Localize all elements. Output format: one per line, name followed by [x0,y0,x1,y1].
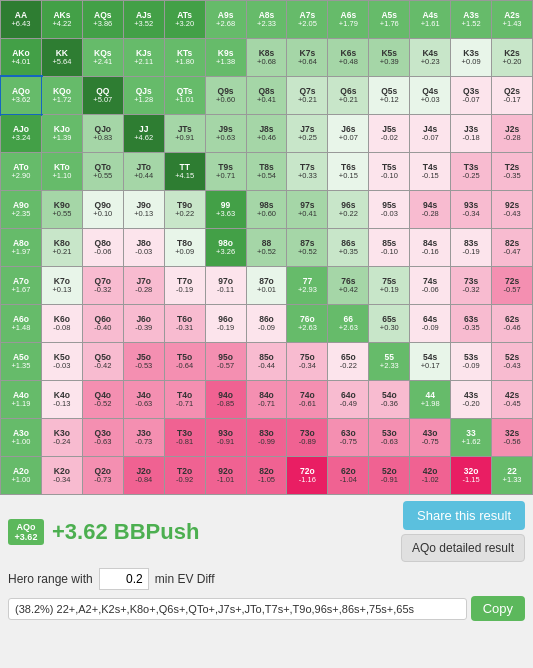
grid-cell-q2o[interactable]: Q2o-0.73 [83,457,123,494]
grid-cell-q3s[interactable]: Q3s-0.07 [451,77,491,114]
grid-cell-96o[interactable]: 96o-0.19 [206,305,246,342]
grid-cell-j6s[interactable]: J6s+0.07 [328,115,368,152]
grid-cell-a5s[interactable]: A5s+1.76 [369,1,409,38]
grid-cell-54s[interactable]: 54s+0.17 [410,343,450,380]
grid-cell-a8o[interactable]: A8o+1.97 [1,229,41,266]
grid-cell-92o[interactable]: 92o-1.01 [206,457,246,494]
grid-cell-q7s[interactable]: Q7s+0.21 [287,77,327,114]
grid-cell-22[interactable]: 22+1.33 [492,457,532,494]
grid-cell-aqs[interactable]: AQs+3.86 [83,1,123,38]
grid-cell-32o[interactable]: 32o-1.15 [451,457,491,494]
copy-button[interactable]: Copy [471,596,525,621]
grid-cell-96s[interactable]: 96s+0.22 [328,191,368,228]
grid-cell-q6o[interactable]: Q6o-0.40 [83,305,123,342]
grid-cell-k8o[interactable]: K8o+0.21 [42,229,82,266]
grid-cell-33[interactable]: 33+1.62 [451,419,491,456]
grid-cell-k6s[interactable]: K6s+0.48 [328,39,368,76]
grid-cell-87o[interactable]: 87o+0.01 [247,267,287,304]
grid-cell-t2o[interactable]: T2o-0.92 [165,457,205,494]
grid-cell-94s[interactable]: 94s-0.28 [410,191,450,228]
grid-cell-86s[interactable]: 86s+0.35 [328,229,368,266]
grid-cell-75s[interactable]: 75s+0.19 [369,267,409,304]
grid-cell-ajs[interactable]: AJs+3.52 [124,1,164,38]
grid-cell-k5s[interactable]: K5s+0.39 [369,39,409,76]
grid-cell-t7o[interactable]: T7o-0.19 [165,267,205,304]
grid-cell-q2s[interactable]: Q2s-0.17 [492,77,532,114]
grid-cell-99[interactable]: 99+3.63 [206,191,246,228]
grid-cell-86o[interactable]: 86o-0.09 [247,305,287,342]
grid-cell-32s[interactable]: 32s-0.56 [492,419,532,456]
grid-cell-a6o[interactable]: A6o+1.48 [1,305,41,342]
hero-ev-input[interactable] [99,568,149,590]
grid-cell-84o[interactable]: 84o-0.71 [247,381,287,418]
grid-cell-52o[interactable]: 52o-0.91 [369,457,409,494]
grid-cell-jto[interactable]: JTo+0.44 [124,153,164,190]
grid-cell-k9o[interactable]: K9o+0.55 [42,191,82,228]
grid-cell-kqo[interactable]: KQo+1.72 [42,77,82,114]
grid-cell-aa[interactable]: AA+6.43 [1,1,41,38]
grid-cell-t5o[interactable]: T5o-0.64 [165,343,205,380]
grid-cell-74s[interactable]: 74s-0.06 [410,267,450,304]
grid-cell-a4o[interactable]: A4o+1.19 [1,381,41,418]
grid-cell-k3o[interactable]: K3o-0.24 [42,419,82,456]
grid-cell-82o[interactable]: 82o-1.05 [247,457,287,494]
grid-cell-64o[interactable]: 64o-0.49 [328,381,368,418]
grid-cell-72o[interactable]: 72o-1.16 [287,457,327,494]
grid-cell-k4s[interactable]: K4s+0.23 [410,39,450,76]
grid-cell-t3s[interactable]: T3s-0.25 [451,153,491,190]
grid-cell-76o[interactable]: 76o+2.63 [287,305,327,342]
grid-cell-k5o[interactable]: K5o-0.03 [42,343,82,380]
grid-cell-j7o[interactable]: J7o-0.28 [124,267,164,304]
grid-cell-kk[interactable]: KK+5.64 [42,39,82,76]
grid-cell-j7s[interactable]: J7s+0.25 [287,115,327,152]
grid-cell-85s[interactable]: 85s-0.10 [369,229,409,266]
grid-cell-98s[interactable]: 98s+0.60 [247,191,287,228]
grid-cell-75o[interactable]: 75o-0.34 [287,343,327,380]
grid-cell-t7s[interactable]: T7s+0.33 [287,153,327,190]
grid-cell-q5s[interactable]: Q5s+0.12 [369,77,409,114]
grid-cell-43o[interactable]: 43o-0.75 [410,419,450,456]
grid-cell-j3s[interactable]: J3s-0.18 [451,115,491,152]
grid-cell-t4s[interactable]: T4s-0.15 [410,153,450,190]
grid-cell-72s[interactable]: 72s-0.57 [492,267,532,304]
grid-cell-t5s[interactable]: T5s-0.10 [369,153,409,190]
grid-cell-qts[interactable]: QTs+1.01 [165,77,205,114]
grid-cell-j5s[interactable]: J5s-0.02 [369,115,409,152]
grid-cell-j4s[interactable]: J4s-0.07 [410,115,450,152]
grid-cell-qto[interactable]: QTo+0.55 [83,153,123,190]
grid-cell-a9s[interactable]: A9s+2.68 [206,1,246,38]
detail-button[interactable]: AQo detailed result [401,534,525,562]
grid-cell-tt[interactable]: TT+4.15 [165,153,205,190]
grid-cell-q7o[interactable]: Q7o-0.32 [83,267,123,304]
grid-cell-a6s[interactable]: A6s+1.79 [328,1,368,38]
grid-cell-t8o[interactable]: T8o+0.09 [165,229,205,266]
grid-cell-k4o[interactable]: K4o-0.13 [42,381,82,418]
share-button[interactable]: Share this result [403,501,525,530]
grid-cell-42s[interactable]: 42s-0.45 [492,381,532,418]
grid-cell-j8s[interactable]: J8s+0.46 [247,115,287,152]
grid-cell-93s[interactable]: 93s-0.34 [451,191,491,228]
grid-cell-qjo[interactable]: QJo+0.83 [83,115,123,152]
grid-cell-t6s[interactable]: T6s+0.15 [328,153,368,190]
grid-cell-q3o[interactable]: Q3o-0.63 [83,419,123,456]
grid-cell-83o[interactable]: 83o-0.99 [247,419,287,456]
grid-cell-a3s[interactable]: A3s+1.52 [451,1,491,38]
grid-cell-q4s[interactable]: Q4s+0.03 [410,77,450,114]
grid-cell-a2o[interactable]: A2o+1.00 [1,457,41,494]
grid-cell-kjo[interactable]: KJo+1.39 [42,115,82,152]
grid-cell-aks[interactable]: AKs+4.22 [42,1,82,38]
grid-cell-65s[interactable]: 65s+0.30 [369,305,409,342]
grid-cell-a5o[interactable]: A5o+1.35 [1,343,41,380]
grid-cell-83s[interactable]: 83s-0.19 [451,229,491,266]
grid-cell-74o[interactable]: 74o-0.61 [287,381,327,418]
grid-cell-77[interactable]: 77+2.93 [287,267,327,304]
grid-cell-k7s[interactable]: K7s+0.64 [287,39,327,76]
grid-cell-73s[interactable]: 73s-0.32 [451,267,491,304]
grid-cell-73o[interactable]: 73o-0.89 [287,419,327,456]
grid-cell-q8s[interactable]: Q8s+0.41 [247,77,287,114]
grid-cell-84s[interactable]: 84s-0.16 [410,229,450,266]
grid-cell-k9s[interactable]: K9s+1.38 [206,39,246,76]
grid-cell-ats[interactable]: ATs+3.20 [165,1,205,38]
grid-cell-87s[interactable]: 87s+0.52 [287,229,327,266]
grid-cell-j9o[interactable]: J9o+0.13 [124,191,164,228]
